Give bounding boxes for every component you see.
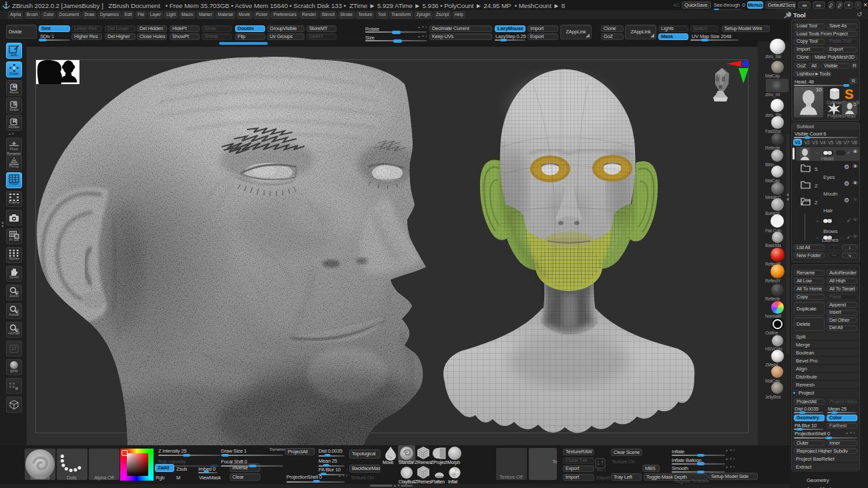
svg-text:Flip V: Flip V bbox=[597, 468, 606, 472]
svg-text:S: S bbox=[13, 101, 17, 107]
svg-text:M: M bbox=[13, 83, 17, 89]
svg-text:R: R bbox=[13, 118, 17, 124]
